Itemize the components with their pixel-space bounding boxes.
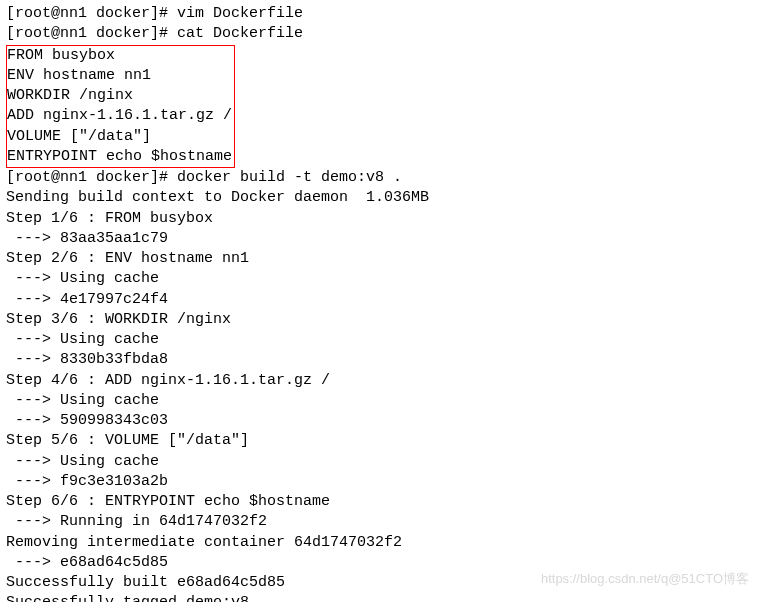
terminal-line: [root@nn1 docker]# vim Dockerfile xyxy=(6,4,753,24)
build-output-line: ---> 83aa35aa1c79 xyxy=(6,229,753,249)
dockerfile-line: ADD nginx-1.16.1.tar.gz / xyxy=(7,106,232,126)
build-output-line: Sending build context to Docker daemon 1… xyxy=(6,188,753,208)
shell-prompt: [root@nn1 docker]# xyxy=(6,25,177,42)
build-output-line: Step 5/6 : VOLUME ["/data"] xyxy=(6,431,753,451)
build-output-line: ---> 590998343c03 xyxy=(6,411,753,431)
build-output-line: Successfully built e68ad64c5d85 xyxy=(6,573,753,593)
build-output-line: ---> Using cache xyxy=(6,330,753,350)
dockerfile-line: ENTRYPOINT echo $hostname xyxy=(7,147,232,167)
build-output-line: Step 1/6 : FROM busybox xyxy=(6,209,753,229)
build-output-line: ---> e68ad64c5d85 xyxy=(6,553,753,573)
build-output-line: Step 6/6 : ENTRYPOINT echo $hostname xyxy=(6,492,753,512)
shell-prompt: [root@nn1 docker]# xyxy=(6,169,177,186)
build-output-line: ---> Using cache xyxy=(6,391,753,411)
command-text: docker build -t demo:v8 . xyxy=(177,169,402,186)
build-output-line: ---> Using cache xyxy=(6,452,753,472)
command-text: cat Dockerfile xyxy=(177,25,303,42)
build-output-line: ---> f9c3e3103a2b xyxy=(6,472,753,492)
dockerfile-highlight-box: FROM busybox ENV hostname nn1 WORKDIR /n… xyxy=(6,45,235,169)
build-output-line: ---> 8330b33fbda8 xyxy=(6,350,753,370)
build-output-line: Step 3/6 : WORKDIR /nginx xyxy=(6,310,753,330)
build-output-line: Successfully tagged demo:v8 xyxy=(6,593,753,602)
dockerfile-line: WORKDIR /nginx xyxy=(7,86,232,106)
build-output-line: Step 4/6 : ADD nginx-1.16.1.tar.gz / xyxy=(6,371,753,391)
dockerfile-line: ENV hostname nn1 xyxy=(7,66,232,86)
dockerfile-line: VOLUME ["/data"] xyxy=(7,127,232,147)
build-output-line: ---> 4e17997c24f4 xyxy=(6,290,753,310)
build-output-line: Step 2/6 : ENV hostname nn1 xyxy=(6,249,753,269)
command-text: vim Dockerfile xyxy=(177,5,303,22)
build-output-line: ---> Using cache xyxy=(6,269,753,289)
dockerfile-line: FROM busybox xyxy=(7,46,232,66)
build-output-line: Removing intermediate container 64d17470… xyxy=(6,533,753,553)
terminal-line: [root@nn1 docker]# cat Dockerfile xyxy=(6,24,753,44)
build-output-line: ---> Running in 64d1747032f2 xyxy=(6,512,753,532)
shell-prompt: [root@nn1 docker]# xyxy=(6,5,177,22)
terminal-line: [root@nn1 docker]# docker build -t demo:… xyxy=(6,168,753,188)
